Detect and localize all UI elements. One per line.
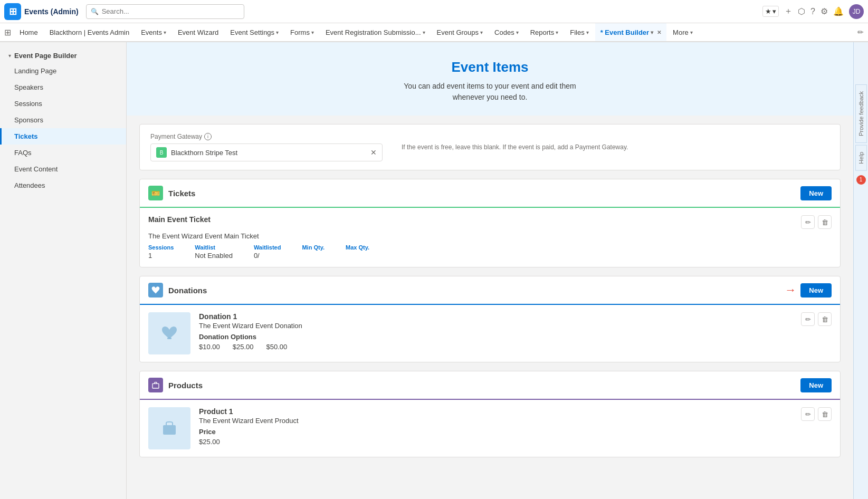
sidebar-item-faqs[interactable]: FAQs: [0, 145, 126, 161]
products-section-title: Products: [168, 381, 795, 390]
products-section-header: Products New: [140, 371, 840, 400]
delete-product-button[interactable]: 🗑: [818, 407, 832, 421]
search-icon: 🔍: [91, 8, 99, 15]
nav-item-reports[interactable]: Reports ▾: [525, 23, 564, 42]
help-icon[interactable]: ?: [810, 7, 815, 16]
chevron-down-icon: ▾: [8, 53, 11, 59]
right-sidebar: Provide feedback Help 1: [853, 42, 868, 499]
edit-nav-icon[interactable]: ✏: [857, 28, 864, 36]
nav-item-forms[interactable]: Forms ▾: [285, 23, 319, 42]
product-item-info: Product 1 The Event Wizard Event Product…: [199, 407, 832, 446]
donation-item-desc: The Event Wizard Event Donation: [199, 322, 302, 330]
nav-item-event-settings[interactable]: Event Settings ▾: [225, 23, 284, 42]
page-header: Event Items You can add event items to y…: [127, 42, 853, 116]
page-subtitle: You can add event items to your event an…: [135, 81, 845, 103]
tickets-section-header: 🎫 Tickets New: [140, 179, 840, 208]
payment-gateway-value: Blackthorn Stripe Test: [171, 149, 366, 157]
page-title: Event Items: [135, 59, 845, 75]
search-bar[interactable]: 🔍: [86, 4, 244, 19]
nav-item-event-builder[interactable]: * Event Builder ▾ ✕: [595, 23, 666, 42]
grid-icon[interactable]: ⊞: [4, 27, 11, 37]
product-thumbnail: [148, 407, 190, 449]
ticket-meta-sessions: Sessions 1: [148, 244, 174, 260]
sidebar: ▾ Event Page Builder Landing Page Speake…: [0, 42, 127, 499]
nav-item-event-groups[interactable]: Event Groups ▾: [432, 23, 489, 42]
chevron-down-icon: ▾: [516, 30, 519, 35]
product-price: $25.00: [199, 438, 832, 446]
product-item-row: Product 1 The Event Wizard Event Product…: [140, 400, 840, 457]
nav-item-home[interactable]: Home: [14, 23, 43, 42]
red-arrow-icon: →: [785, 283, 796, 297]
ticket-item-header: Main Event Ticket ✏ 🗑: [148, 215, 832, 229]
nav-item-event-wizard[interactable]: Event Wizard: [173, 23, 224, 42]
sidebar-item-landing-page[interactable]: Landing Page: [0, 63, 126, 79]
sidebar-item-sessions[interactable]: Sessions: [0, 95, 126, 112]
sidebar-item-tickets[interactable]: Tickets: [0, 128, 126, 145]
nav-item-events-admin[interactable]: Blackthorn | Events Admin: [44, 23, 135, 42]
products-section: Products New: [139, 371, 841, 457]
product-info-header: Product 1 The Event Wizard Event Product…: [199, 407, 832, 428]
puzzle-icon[interactable]: ⬡: [798, 6, 805, 16]
new-product-button[interactable]: New: [800, 378, 832, 392]
donation-item-actions: ✏ 🗑: [801, 312, 832, 326]
edit-ticket-button[interactable]: ✏: [801, 215, 815, 229]
payment-gateway-field[interactable]: B Blackthorn Stripe Test ✕: [150, 143, 383, 161]
delete-donation-button[interactable]: 🗑: [818, 312, 832, 326]
payment-gateway-label: Payment Gateway i: [150, 133, 383, 140]
product-item-actions: ✏ 🗑: [801, 407, 832, 421]
new-ticket-button[interactable]: New: [800, 186, 832, 200]
chevron-down-icon: ▾: [164, 30, 166, 35]
nav-item-codes[interactable]: Codes ▾: [489, 23, 524, 42]
sidebar-section-header[interactable]: ▾ Event Page Builder: [0, 49, 126, 63]
svg-rect-0: [167, 338, 171, 339]
payment-gateway-section: Payment Gateway i B Blackthorn Stripe Te…: [139, 124, 841, 170]
favorites-button[interactable]: ★ ▾: [762, 6, 779, 17]
clear-payment-gateway-button[interactable]: ✕: [370, 148, 377, 157]
help-badge: 1: [856, 175, 866, 185]
donation-info-header: Donation 1 The Event Wizard Event Donati…: [199, 312, 832, 333]
sidebar-item-speakers[interactable]: Speakers: [0, 79, 126, 95]
bell-icon[interactable]: 🔔: [833, 6, 844, 16]
top-bar: ⊞ Events (Admin) 🔍 ★ ▾ ＋ ⬡ ? ⚙ 🔔 JD: [0, 0, 868, 23]
sidebar-item-attendees[interactable]: Attendees: [0, 177, 126, 194]
donations-section: Donations → New: [139, 276, 841, 362]
help-tab[interactable]: Help: [855, 145, 867, 171]
ticket-item-meta: Sessions 1 Waitlist Not Enabled Waitlist…: [148, 244, 832, 260]
donations-section-header: Donations → New: [140, 276, 840, 305]
nav-bar: ⊞ Home Blackthorn | Events Admin Events …: [0, 23, 868, 42]
ticket-item-row: Main Event Ticket ✏ 🗑 The Event Wizard E…: [140, 208, 840, 267]
logo-grid-icon: ⊞: [9, 6, 17, 17]
app-logo: ⊞: [4, 3, 21, 20]
product-item-desc: The Event Wizard Event Product: [199, 417, 299, 425]
nav-item-events[interactable]: Events ▾: [136, 23, 171, 42]
sidebar-item-sponsors[interactable]: Sponsors: [0, 112, 126, 128]
ticket-item-desc: The Event Wizard Event Main Ticket: [148, 232, 832, 240]
add-icon[interactable]: ＋: [784, 6, 793, 17]
ticket-item-title: Main Event Ticket: [148, 215, 211, 224]
donation-item-row: Donation 1 The Event Wizard Event Donati…: [140, 305, 840, 362]
donation-price-3: $50.00: [266, 343, 288, 351]
top-bar-actions: ★ ▾ ＋ ⬡ ? ⚙ 🔔 JD: [762, 4, 864, 19]
nav-item-files[interactable]: Files ▾: [565, 23, 594, 42]
delete-ticket-button[interactable]: 🗑: [818, 215, 832, 229]
donation-options-label: Donation Options: [199, 333, 832, 341]
close-icon[interactable]: ✕: [657, 30, 661, 35]
nav-item-more[interactable]: More ▾: [667, 23, 698, 42]
edit-product-button[interactable]: ✏: [801, 407, 815, 421]
new-donation-button[interactable]: New: [800, 283, 832, 298]
avatar[interactable]: JD: [849, 4, 864, 19]
donation-thumbnail: [148, 312, 190, 354]
nav-item-event-reg[interactable]: Event Registration Submissio... ▾: [320, 23, 431, 42]
sidebar-item-event-content[interactable]: Event Content: [0, 161, 126, 177]
search-input[interactable]: [102, 7, 240, 15]
feedback-tab[interactable]: Provide feedback: [855, 84, 867, 143]
info-icon[interactable]: i: [204, 133, 212, 140]
edit-donation-button[interactable]: ✏: [801, 312, 815, 326]
gear-icon[interactable]: ⚙: [821, 6, 828, 16]
donation-item-info: Donation 1 The Event Wizard Event Donati…: [199, 312, 832, 351]
ticket-meta-max-qty: Max Qty.: [346, 244, 369, 260]
ticket-meta-waitlisted: Waitlisted 0/: [254, 244, 281, 260]
chevron-down-icon: ▾: [651, 30, 653, 35]
content-sections: Payment Gateway i B Blackthorn Stripe Te…: [127, 116, 853, 474]
chevron-down-icon: ▾: [772, 7, 776, 15]
